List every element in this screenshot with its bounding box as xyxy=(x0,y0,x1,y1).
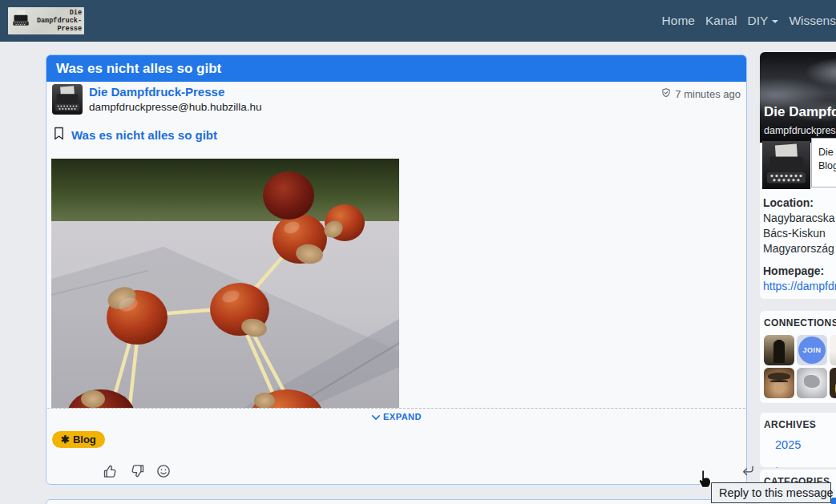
next-post-card-edge xyxy=(46,499,747,504)
author-avatar[interactable] xyxy=(52,84,83,115)
author-address: dampfdruckpresse@hub.hubzilla.hu xyxy=(89,101,262,113)
bookmark-icon xyxy=(53,127,65,143)
post-title-row: Was es nicht alles so gibt xyxy=(53,127,217,143)
hovercard-description: Blog r xyxy=(818,159,836,173)
archives-widget: ARCHIVES 2025 xyxy=(760,413,836,467)
post-timestamp: 7 minutes ago xyxy=(660,87,741,101)
page: Die Dampfdruck- Presse Home Kanal DIY Wi… xyxy=(0,0,836,504)
hovercard-name: Die Dampfdruck-Presse xyxy=(818,146,836,159)
chestnut-figure-photo[interactable] xyxy=(51,159,399,408)
asterisk-icon: ✱ xyxy=(61,433,70,446)
homepage-label: Homepage: xyxy=(763,264,824,277)
post-title-bar: Was es nicht alles so gibt xyxy=(46,55,746,82)
homepage-link[interactable]: https://dampfdr xyxy=(763,280,836,292)
archives-title: ARCHIVES xyxy=(764,419,836,430)
reply-button[interactable] xyxy=(741,463,758,481)
post-author-row: Die Dampfdruck-Presse dampfdruckpresse@h… xyxy=(52,84,741,119)
shield-check-icon xyxy=(660,87,672,101)
profile-name: Die Dampfdruck-Presse xyxy=(764,104,836,120)
connection-avatar-5[interactable] xyxy=(797,368,827,398)
typewriter-logo-icon xyxy=(10,9,31,33)
nav-menu: Home Kanal DIY Wissens xyxy=(662,0,836,42)
connection-avatar-1[interactable] xyxy=(764,335,794,365)
caret-down-icon xyxy=(772,20,778,23)
connection-avatar-4[interactable] xyxy=(764,368,794,398)
like-button[interactable] xyxy=(103,463,120,481)
profile-address: dampfdruckpresse@hub.hubzilla.hu xyxy=(764,125,836,136)
connection-avatar-6[interactable] xyxy=(830,368,836,398)
connections-grid: JOIN Σ xyxy=(764,335,836,398)
nav-item-diy-dropdown[interactable]: DIY xyxy=(748,14,779,28)
author-name-link[interactable]: Die Dampfdruck-Presse xyxy=(89,85,224,99)
profile-hovercard: Die Dampfdruck-Presse Blog r xyxy=(811,138,836,187)
post-title-link[interactable]: Was es nicht alles so gibt xyxy=(71,128,217,142)
dislike-button[interactable] xyxy=(129,463,147,481)
nav-item-wissens[interactable]: Wissens xyxy=(789,14,836,28)
archive-year-link[interactable]: 2025 xyxy=(775,438,836,451)
reply-tooltip: Reply to this message xyxy=(711,482,831,503)
profile-avatar[interactable] xyxy=(762,140,810,190)
expand-button[interactable]: EXPAND xyxy=(46,412,746,421)
nav-item-home[interactable]: Home xyxy=(662,14,695,28)
location-city: Nagybaracska xyxy=(763,212,835,224)
profile-cover-image: Die Dampfdruck-Presse dampfdruckpresse@h… xyxy=(760,52,836,143)
category-tag-blog[interactable]: ✱ Blog xyxy=(52,431,105,448)
site-logo[interactable]: Die Dampfdruck- Presse xyxy=(8,7,84,34)
post-actions-row xyxy=(46,460,746,486)
profile-card: Die Dampfdruck-Presse dampfdruckpresse@h… xyxy=(760,52,836,299)
emoji-reaction-button[interactable] xyxy=(155,463,173,481)
post-card: Was es nicht alles so gibt Die Dampfdruc… xyxy=(46,54,747,485)
site-logo-text: Die Dampfdruck- Presse xyxy=(31,9,82,33)
connection-avatar-2[interactable]: JOIN xyxy=(797,335,827,365)
location-country: Magyarország xyxy=(763,242,834,255)
connections-widget: CONNECTIONS JOIN Σ xyxy=(760,311,836,403)
image-truncation-divider xyxy=(47,408,745,409)
connection-avatar-3[interactable]: Σ xyxy=(830,335,836,365)
top-navbar: Die Dampfdruck- Presse Home Kanal DIY Wi… xyxy=(0,0,836,42)
post-title-bar-text: Was es nicht alles so gibt xyxy=(56,61,221,77)
nav-item-kanal[interactable]: Kanal xyxy=(705,14,737,28)
location-label: Location: xyxy=(763,196,814,209)
location-region: Bács-Kiskun xyxy=(763,227,826,240)
chevron-down-icon xyxy=(371,413,381,421)
connections-title: CONNECTIONS xyxy=(764,317,836,329)
